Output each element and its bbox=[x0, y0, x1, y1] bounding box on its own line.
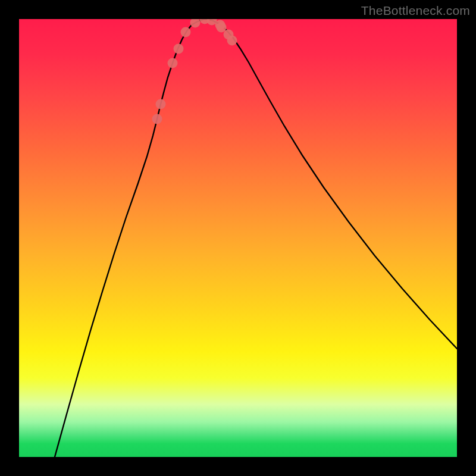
marker-dot bbox=[227, 36, 237, 46]
curve-markers bbox=[152, 19, 237, 124]
plot-area bbox=[19, 19, 457, 457]
marker-dot bbox=[181, 27, 191, 37]
curve-layer bbox=[19, 19, 457, 457]
marker-dot bbox=[156, 99, 166, 109]
curve-left bbox=[55, 19, 205, 457]
marker-dot bbox=[190, 19, 201, 28]
marker-dot bbox=[174, 44, 184, 54]
chart-frame: TheBottleneck.com bbox=[0, 0, 476, 476]
watermark-label: TheBottleneck.com bbox=[361, 4, 470, 18]
curve-right bbox=[205, 19, 457, 349]
marker-dot bbox=[168, 58, 178, 68]
marker-dot bbox=[217, 23, 227, 33]
marker-dot bbox=[152, 114, 162, 124]
